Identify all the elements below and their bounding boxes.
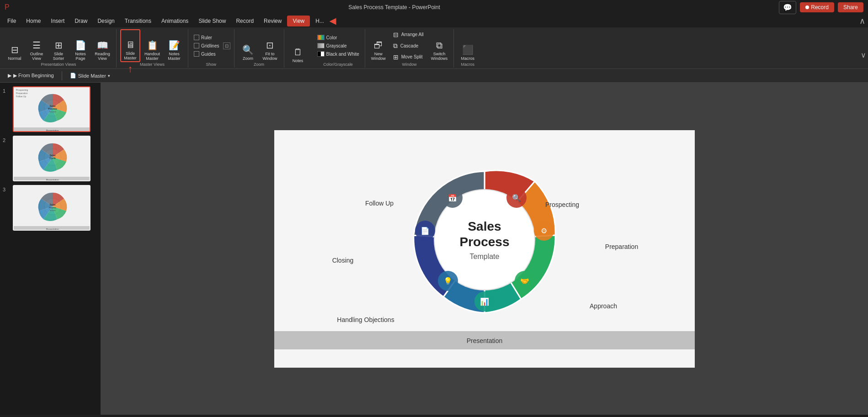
notes-group: 🗒 Notes: [286, 29, 312, 68]
ribbon-expand-btn[interactable]: ∨: [861, 51, 866, 59]
menu-view[interactable]: View: [287, 16, 310, 26]
notes-master-btn[interactable]: 📝 NotesMaster: [164, 29, 184, 62]
slide-thumb-2[interactable]: Sales Cycle Presentation: [13, 136, 91, 181]
arrange-all-label: Arrange All: [401, 32, 424, 37]
play-icon: ▶: [8, 73, 11, 79]
share-button[interactable]: Share: [838, 2, 863, 12]
menu-draw[interactable]: Draw: [70, 16, 92, 26]
comments-button[interactable]: 💬: [779, 1, 796, 14]
slide-canvas: Sales Process Template 🔍 ⚙ 🤝 📊 💡: [274, 130, 695, 368]
fit-to-window-icon: ⊡: [266, 40, 274, 51]
zoom-btn[interactable]: 🔍 Zoom: [238, 29, 258, 62]
slide-master-btn[interactable]: 🖥 SlideMaster: [120, 29, 140, 62]
slide-thumb-3[interactable]: Sales Process Template Presentation: [13, 185, 91, 231]
show-label: Show: [192, 62, 230, 68]
notes-page-btn[interactable]: 📄 NotesPage: [70, 29, 91, 62]
record-button[interactable]: Record: [800, 2, 834, 12]
notes-footer: [288, 67, 308, 68]
reading-view-btn[interactable]: 📖 ReadingView: [92, 29, 112, 62]
record-dot: [805, 5, 809, 9]
svg-text:📄: 📄: [421, 227, 430, 235]
svg-text:Presentation: Presentation: [46, 228, 59, 231]
menu-slideshow[interactable]: Slide Show: [194, 16, 230, 26]
macros-btn[interactable]: ⬛ Macros: [458, 29, 478, 62]
move-split-label: Move Split: [401, 54, 423, 59]
slide-thumb-1[interactable]: Sales Process Template Presentation Pros…: [13, 86, 91, 132]
slide-sorter-btn[interactable]: ⊞ SlideSorter: [48, 29, 69, 62]
slides-panel: 1 Sales Process Template: [0, 83, 101, 415]
notes-btn[interactable]: 🗒 Notes: [288, 32, 308, 64]
svg-text:Cycle: Cycle: [49, 157, 56, 159]
macros-label: Macros: [461, 56, 474, 61]
macros-footer-label: Macros: [458, 62, 478, 68]
slide-master-toolbar-label: Slide Master: [78, 73, 106, 79]
slide-item-3[interactable]: 3 Sales Process Template: [3, 185, 98, 231]
file-title: Sales Process Template - PowerPoint: [348, 4, 440, 11]
slide-item-2[interactable]: 2 Sales Cycle Presentation: [3, 136, 98, 181]
svg-text:Process: Process: [459, 235, 509, 249]
menu-record[interactable]: Record: [231, 16, 258, 26]
macros-icon: ⬛: [462, 44, 474, 55]
guides-checkbox[interactable]: Guides: [192, 50, 221, 58]
menu-review[interactable]: Review: [259, 16, 286, 26]
move-split-btn[interactable]: ⊞ Move Split: [390, 52, 427, 62]
zoom-content: 🔍 Zoom ⊡ Fit toWindow: [238, 29, 280, 62]
new-window-btn[interactable]: 🗗 NewWindow: [369, 29, 388, 62]
menu-design[interactable]: Design: [93, 16, 119, 26]
ruler-checkbox[interactable]: Ruler: [192, 34, 221, 41]
svg-text:📅: 📅: [448, 194, 457, 202]
show-dialog-btn[interactable]: ⊡: [223, 42, 230, 49]
menu-file[interactable]: File: [3, 16, 21, 26]
menu-insert[interactable]: Insert: [46, 16, 69, 26]
grayscale-option[interactable]: Grayscale: [315, 42, 349, 49]
presentation-views-content: ⊟ Normal ☰ OutlineView ⊞ SlideSorter 📄 N…: [5, 29, 112, 62]
slide-master-toolbar-btn[interactable]: 📄 Slide Master ▾: [66, 71, 114, 80]
move-split-icon: ⊞: [393, 53, 399, 61]
canvas-area: Sales Process Template 🔍 ⚙ 🤝 📊 💡: [101, 83, 868, 415]
window-small-btns: ⊟ Arrange All ⧉ Cascade ⊞ Move Split: [390, 30, 427, 62]
record-label: Record: [811, 4, 829, 11]
ribbon-collapse-icon[interactable]: ∧: [859, 16, 865, 26]
color-option[interactable]: Color: [315, 34, 339, 41]
master-views-group: 🖥 SlideMaster ↑ 📋 HandoutMaster 📝 NotesM…: [118, 29, 188, 68]
svg-text:Process: Process: [48, 107, 57, 110]
svg-text:Handling Objections: Handling Objections: [337, 316, 394, 323]
outline-view-btn[interactable]: ☰ OutlineView: [27, 29, 47, 62]
cascade-btn[interactable]: ⧉ Cascade: [390, 41, 427, 51]
title-bar-center: Sales Process Template - PowerPoint: [348, 4, 440, 11]
slide-svg: Sales Process Template 🔍 ⚙ 🤝 📊 💡: [274, 130, 695, 349]
slide-preview-1: Sales Process Template Presentation Pros…: [14, 87, 91, 132]
presentation-views-label: Presentation Views: [5, 62, 112, 68]
master-views-content: 🖥 SlideMaster ↑ 📋 HandoutMaster 📝 NotesM…: [120, 29, 184, 62]
slide-master-toolbar-icon: 📄: [70, 73, 76, 79]
handout-master-btn[interactable]: 📋 HandoutMaster: [142, 29, 162, 62]
outline-icon: ☰: [32, 40, 41, 51]
color-grayscale-content: Color Grayscale Black and White: [315, 29, 361, 62]
main-content: 1 Sales Process Template: [0, 83, 868, 415]
grayscale-label: Grayscale: [326, 43, 347, 48]
menu-transitions[interactable]: Transitions: [120, 16, 156, 26]
svg-text:Prospecting: Prospecting: [545, 201, 579, 208]
from-beginning-btn[interactable]: ▶ ▶ From Beginning: [4, 71, 58, 80]
fit-to-window-btn[interactable]: ⊡ Fit toWindow: [260, 29, 280, 62]
black-white-swatch: [317, 51, 325, 57]
gridlines-checkbox[interactable]: Gridlines: [192, 42, 221, 49]
arrange-all-btn[interactable]: ⊟ Arrange All: [390, 30, 427, 40]
handout-master-label: HandoutMaster: [144, 52, 160, 61]
black-white-option[interactable]: Black and White: [315, 50, 361, 58]
color-swatch: [317, 35, 325, 40]
menu-help[interactable]: H...: [311, 16, 329, 26]
normal-btn[interactable]: ⊟ Normal: [5, 29, 25, 62]
title-bar-left: P: [5, 3, 10, 11]
zoom-group: 🔍 Zoom ⊡ Fit toWindow Zoom: [236, 29, 284, 68]
notes-master-icon: 📝: [169, 40, 180, 51]
menu-animations[interactable]: Animations: [157, 16, 193, 26]
new-window-icon: 🗗: [374, 40, 383, 51]
slide-preview-2: Sales Cycle Presentation: [14, 137, 91, 181]
slide-item-1[interactable]: 1 Sales Process Template: [3, 86, 98, 132]
switch-windows-btn[interactable]: ⧉ SwitchWindows: [429, 29, 450, 62]
normal-label: Normal: [8, 56, 21, 61]
svg-text:Process: Process: [49, 206, 56, 209]
notes-content: 🗒 Notes: [288, 29, 308, 67]
menu-home[interactable]: Home: [21, 16, 45, 26]
